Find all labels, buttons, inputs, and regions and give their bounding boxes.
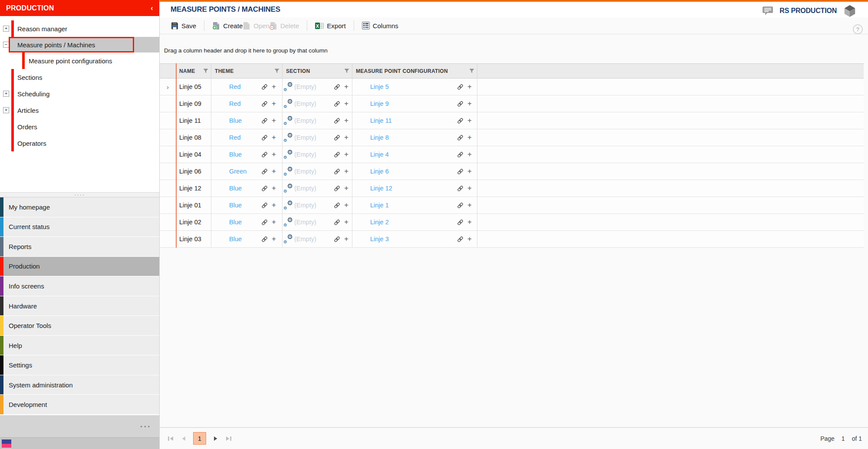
add-icon[interactable]: + bbox=[344, 168, 349, 174]
column-header-theme[interactable]: THEME bbox=[211, 64, 283, 78]
table-row[interactable]: › Linje 05 Red + ⚙⚙ (Empty) + Linje 5 bbox=[160, 79, 864, 95]
feedback-chat-icon[interactable] bbox=[762, 6, 773, 16]
add-icon[interactable]: + bbox=[344, 101, 349, 107]
add-icon[interactable]: + bbox=[272, 236, 276, 242]
filter-icon[interactable] bbox=[203, 69, 208, 73]
theme-link[interactable]: Blue bbox=[229, 202, 242, 209]
link-icon[interactable] bbox=[261, 168, 268, 175]
column-header-measure-point-configuration[interactable]: MEASURE POINT CONFIGURATION bbox=[352, 64, 477, 78]
link-icon[interactable] bbox=[334, 134, 340, 141]
menu-item[interactable]: Help bbox=[0, 336, 159, 355]
open-button[interactable]: Open bbox=[243, 22, 270, 30]
table-row[interactable]: Linje 04 Blue + ⚙⚙ (Empty) + Linje 4 + bbox=[160, 146, 864, 163]
sidebar-splitter[interactable]: ···· bbox=[0, 192, 159, 197]
tree-expander-icon[interactable]: + bbox=[3, 26, 9, 32]
tree-item[interactable]: + Articles bbox=[0, 102, 159, 118]
link-icon[interactable] bbox=[261, 84, 268, 90]
menu-item[interactable]: My homepage bbox=[0, 197, 159, 217]
link-icon[interactable] bbox=[261, 134, 268, 141]
measure-point-config-link[interactable]: Linje 12 bbox=[370, 185, 392, 192]
add-icon[interactable]: + bbox=[344, 219, 349, 225]
filter-icon[interactable] bbox=[469, 69, 474, 73]
measure-point-config-link[interactable]: Linje 9 bbox=[370, 100, 389, 107]
tree-item[interactable]: + Scheduling bbox=[0, 85, 159, 102]
table-row[interactable]: Linje 03 Blue + ⚙⚙ (Empty) + Linje 3 + bbox=[160, 231, 864, 248]
menu-item[interactable]: Info screens bbox=[0, 276, 159, 296]
next-page-button[interactable] bbox=[213, 436, 218, 441]
add-icon[interactable]: + bbox=[467, 151, 472, 157]
add-icon[interactable]: + bbox=[467, 219, 472, 225]
menu-item[interactable]: Development bbox=[0, 395, 159, 414]
link-icon[interactable] bbox=[261, 219, 268, 226]
add-icon[interactable]: + bbox=[467, 236, 472, 242]
tree-item[interactable]: + Reason manager bbox=[0, 20, 159, 37]
menu-item[interactable]: Reports bbox=[0, 237, 159, 256]
link-icon[interactable] bbox=[457, 185, 464, 192]
add-icon[interactable]: + bbox=[272, 151, 276, 157]
add-icon[interactable]: + bbox=[467, 168, 472, 174]
measure-point-config-link[interactable]: Linje 2 bbox=[370, 219, 389, 226]
measure-point-config-link[interactable]: Linje 3 bbox=[370, 236, 389, 243]
link-icon[interactable] bbox=[334, 101, 340, 107]
menu-item[interactable]: Production bbox=[0, 257, 159, 276]
measure-point-config-link[interactable]: Linje 6 bbox=[370, 168, 389, 175]
add-icon[interactable]: + bbox=[272, 219, 276, 225]
link-icon[interactable] bbox=[261, 151, 268, 158]
add-icon[interactable]: + bbox=[467, 84, 472, 90]
link-icon[interactable] bbox=[334, 202, 340, 209]
tree-expander-icon[interactable]: + bbox=[3, 107, 9, 113]
link-icon[interactable] bbox=[261, 202, 268, 209]
add-icon[interactable]: + bbox=[272, 84, 276, 90]
menu-item[interactable]: Current status bbox=[0, 217, 159, 237]
theme-link[interactable]: Green bbox=[229, 168, 247, 175]
menu-item[interactable]: System administration bbox=[0, 375, 159, 395]
filter-icon[interactable] bbox=[274, 69, 279, 73]
link-icon[interactable] bbox=[334, 219, 340, 226]
add-icon[interactable]: + bbox=[344, 185, 349, 191]
link-icon[interactable] bbox=[457, 134, 464, 141]
theme-link[interactable]: Red bbox=[229, 83, 241, 90]
theme-link[interactable]: Red bbox=[229, 134, 241, 141]
row-expander-icon[interactable]: › bbox=[167, 83, 169, 91]
help-icon[interactable]: ? bbox=[853, 24, 863, 34]
tree-item[interactable]: Operators bbox=[0, 135, 159, 151]
theme-link[interactable]: Blue bbox=[229, 185, 242, 192]
link-icon[interactable] bbox=[457, 118, 464, 124]
column-header-section[interactable]: SECTION bbox=[283, 64, 352, 78]
link-icon[interactable] bbox=[457, 101, 464, 107]
tree-item[interactable]: Sections bbox=[0, 69, 159, 85]
table-row[interactable]: Linje 08 Red + ⚙⚙ (Empty) + Linje 8 + bbox=[160, 129, 864, 146]
first-page-button[interactable] bbox=[168, 436, 174, 441]
link-icon[interactable] bbox=[334, 151, 340, 158]
menu-overflow-icon[interactable]: ••• bbox=[140, 423, 151, 429]
sidebar-collapse-icon[interactable]: ‹ bbox=[151, 4, 153, 12]
add-icon[interactable]: + bbox=[467, 185, 472, 191]
measure-point-config-link[interactable]: Linje 5 bbox=[370, 83, 389, 90]
add-icon[interactable]: + bbox=[344, 202, 349, 208]
add-icon[interactable]: + bbox=[272, 134, 276, 141]
link-icon[interactable] bbox=[334, 185, 340, 192]
brand-cube-icon[interactable] bbox=[843, 4, 857, 18]
table-row[interactable]: Linje 12 Blue + ⚙⚙ (Empty) + Linje 12 + bbox=[160, 180, 864, 197]
table-row[interactable]: Linje 11 Blue + ⚙⚙ (Empty) + Linje 11 + bbox=[160, 112, 864, 129]
link-icon[interactable] bbox=[457, 84, 464, 90]
previous-page-button[interactable] bbox=[181, 436, 186, 441]
add-icon[interactable]: + bbox=[272, 118, 276, 124]
theme-link[interactable]: Blue bbox=[229, 151, 242, 158]
menu-item[interactable]: Settings bbox=[0, 355, 159, 375]
table-row[interactable]: Linje 09 Red + ⚙⚙ (Empty) + Linje 9 + bbox=[160, 95, 864, 112]
measure-point-config-link[interactable]: Linje 8 bbox=[370, 134, 389, 141]
add-icon[interactable]: + bbox=[272, 202, 276, 208]
tree-expander-icon[interactable]: − bbox=[3, 42, 9, 48]
link-icon[interactable] bbox=[261, 185, 268, 192]
export-button[interactable]: X Export bbox=[315, 22, 345, 29]
measure-point-config-link[interactable]: Linje 1 bbox=[370, 202, 389, 209]
table-row[interactable]: Linje 02 Blue + ⚙⚙ (Empty) + Linje 2 + bbox=[160, 214, 864, 231]
link-icon[interactable] bbox=[261, 236, 268, 243]
theme-link[interactable]: Red bbox=[229, 100, 241, 107]
link-icon[interactable] bbox=[457, 236, 464, 243]
tree-expander-icon[interactable]: + bbox=[3, 91, 9, 97]
add-icon[interactable]: + bbox=[272, 101, 276, 107]
theme-link[interactable]: Blue bbox=[229, 117, 242, 124]
link-icon[interactable] bbox=[457, 202, 464, 209]
